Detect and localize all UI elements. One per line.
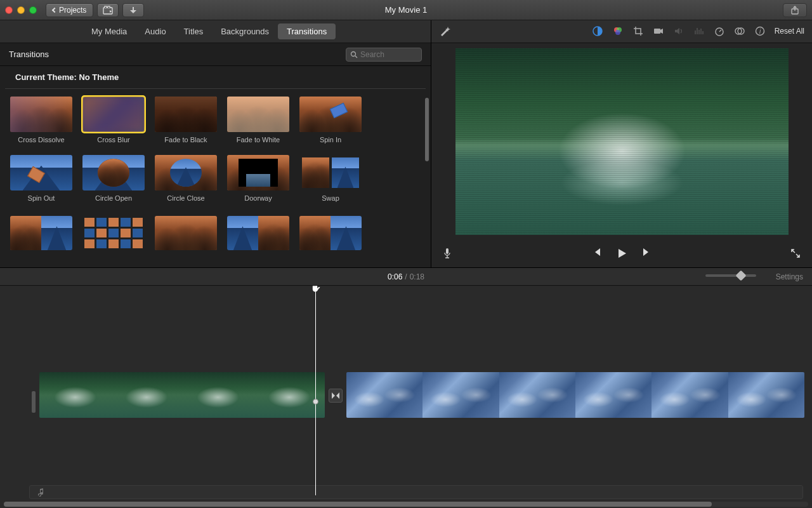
fullscreen-icon[interactable] [790,248,801,258]
enhance-icon[interactable] [439,25,450,37]
transition-fade-to-white[interactable]: Fade to White [227,97,289,144]
svg-line-3 [355,56,357,58]
svg-text:i: i [759,28,761,35]
reset-all-button[interactable]: Reset All [775,27,804,36]
viewer-toolbar: i Reset All [431,20,812,43]
titlebar: Projects My Movie 1 [0,0,812,20]
projects-label: Projects [59,6,86,15]
color-balance-icon[interactable] [592,25,603,37]
play-button[interactable] [615,247,628,260]
svg-rect-0 [103,8,112,14]
media-browser: My Media Audio Titles Backgrounds Transi… [0,20,431,267]
clip-filter-icon[interactable] [734,25,745,37]
next-button[interactable] [642,247,652,260]
timeline-header: 0:06/0:18 Settings [0,268,812,286]
crop-icon[interactable] [632,25,644,37]
window-controls [5,6,37,14]
chevron-left-icon [52,7,57,12]
panel-title: Transitions [9,50,49,59]
transition-fade-to-black[interactable]: Fade to Black [155,97,217,144]
close-window-button[interactable] [5,6,13,14]
transition-partial-3[interactable] [155,216,217,250]
transition-marker[interactable] [329,389,343,403]
timeline-scrollbar[interactable] [4,502,808,507]
svg-point-7 [615,30,620,35]
share-button[interactable] [783,3,807,17]
playhead[interactable] [315,286,316,495]
timecode: 0:06/0:18 [388,272,424,281]
projects-back-button[interactable]: Projects [46,3,93,17]
color-correction-icon[interactable] [612,25,624,37]
import-download-button[interactable] [122,3,144,17]
noise-reduction-icon[interactable] [693,25,705,37]
svg-point-2 [351,51,356,56]
transition-partial-1[interactable] [10,216,72,250]
media-import-button[interactable] [97,3,119,17]
transition-spin-out[interactable]: Spin Out [10,155,72,202]
panel-header: Transitions [0,43,431,66]
search-icon [350,51,358,58]
tab-transitions[interactable]: Transitions [278,23,336,39]
fullscreen-window-button[interactable] [29,6,37,14]
speed-icon[interactable] [714,25,725,37]
transition-cross-dissolve[interactable]: Cross Dissolve [10,97,72,144]
tab-titles[interactable]: Titles [175,23,213,39]
search-input[interactable] [360,50,411,59]
download-icon [130,7,136,13]
tab-backgrounds[interactable]: Backgrounds [212,23,278,39]
minimize-window-button[interactable] [17,6,25,14]
clip-1[interactable] [39,372,325,418]
transition-circle-close[interactable]: Circle Close [155,155,217,202]
voiceover-icon[interactable] [443,248,452,259]
tab-audio[interactable]: Audio [136,23,174,39]
search-field[interactable] [346,48,422,62]
timeline-settings-button[interactable]: Settings [776,272,803,281]
timeline-panel: 0:06/0:18 Settings [0,268,812,508]
svg-rect-14 [446,248,449,254]
time-total: 0:18 [410,272,424,281]
time-current: 0:06 [388,272,402,281]
audio-track[interactable] [29,485,803,499]
timeline-body[interactable] [0,286,812,508]
preview-frame[interactable] [455,48,789,235]
volume-icon[interactable] [673,25,684,37]
playhead-knob[interactable] [313,399,318,404]
track-handle[interactable] [32,391,36,413]
browser-tabs: My Media Audio Titles Backgrounds Transi… [0,20,431,43]
transition-cross-blur[interactable]: Cross Blur [82,97,145,144]
music-note-icon [36,488,44,497]
transition-swap[interactable]: Swap [299,155,362,202]
tab-my-media[interactable]: My Media [82,23,136,39]
zoom-slider[interactable] [705,274,756,277]
viewer-canvas [431,43,812,240]
playback-controls [431,240,812,267]
clip-2[interactable] [346,372,804,418]
stabilization-icon[interactable] [653,25,664,37]
svg-rect-8 [654,29,660,34]
transition-circle-open[interactable]: Circle Open [82,155,145,202]
info-icon[interactable]: i [754,25,766,37]
current-theme-label: Current Theme: No Theme [5,66,426,89]
browser-scrollbar[interactable] [425,98,429,161]
transition-spin-in[interactable]: Spin In [299,97,362,144]
prev-button[interactable] [591,247,601,260]
transition-doorway[interactable]: Doorway [227,155,289,202]
transition-partial-4[interactable] [227,216,289,250]
viewer-panel: i Reset All [431,20,812,267]
transition-partial-5[interactable] [299,216,362,250]
transition-partial-2[interactable] [82,216,145,250]
